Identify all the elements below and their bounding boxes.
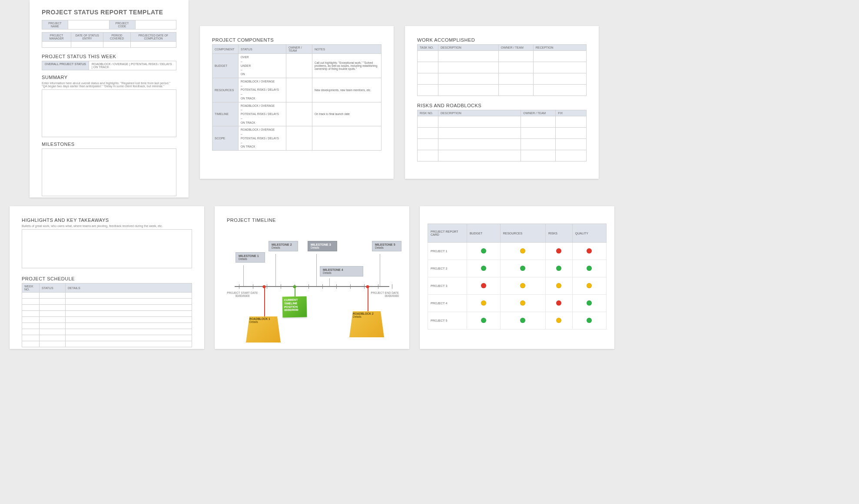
timeline-canvas: MILESTONE 1Details MILESTONE 2Details MI… — [227, 225, 397, 338]
milestone-3: MILESTONE 3Details — [308, 241, 337, 251]
status-dot-icon — [520, 300, 525, 306]
start-date-label: PROJECT START DATE00/00/0000 — [225, 291, 260, 297]
heading-schedule: PROJECT SCHEDULE — [22, 276, 192, 281]
work-table: TASK NO. DESCRIPTION OWNER / TEAM RECEPT… — [417, 44, 587, 96]
status-dot-icon — [587, 248, 592, 254]
heading-highlights: HIGHLIGHTS AND KEY TAKEAWAYS — [22, 217, 192, 223]
table-row — [22, 293, 192, 299]
status-dot-icon — [481, 300, 486, 306]
table-row — [22, 317, 192, 323]
table-row — [22, 305, 192, 311]
overall-status-options: ROADBLOCK / OVERAGE | POTENTIAL RISKS / … — [89, 61, 176, 70]
col-manager: PROJECT MANAGER — [42, 33, 71, 42]
milestones-box — [42, 148, 176, 196]
risks-table: RISK NO. DESCRIPTION OWNER / TEAM FIX — [417, 110, 587, 161]
status-cell — [572, 277, 606, 295]
heading-work: WORK ACCOMPLISHED — [417, 37, 587, 43]
components-table: COMPONENT STATUS OWNER / TEAM NOTES BUDG… — [212, 44, 381, 151]
status-cell — [546, 277, 573, 295]
status-cell — [546, 260, 573, 277]
status-cell — [500, 312, 545, 329]
status-dot-icon — [556, 300, 561, 306]
roadblock-1-line — [264, 286, 265, 317]
status-dot-icon — [556, 283, 561, 288]
project-info-table: PROJECT MANAGER DATE OF STATUS ENTRY PER… — [42, 32, 176, 48]
status-cell — [572, 260, 606, 277]
status-dot-icon — [587, 300, 592, 306]
roadblock-2-line — [368, 286, 368, 312]
status-cell — [467, 243, 501, 260]
page-highlights-schedule: HIGHLIGHTS AND KEY TAKEAWAYS Bullets of … — [10, 206, 204, 349]
table-row — [22, 323, 192, 329]
doc-title: PROJECT STATUS REPORT TEMPLATE — [42, 9, 176, 16]
table-row — [22, 311, 192, 317]
project-id-table: PROJECT NAME PROJECT CODE — [42, 20, 176, 30]
table-row — [418, 128, 587, 139]
milestone-5: MILESTONE 5Details — [372, 241, 401, 251]
status-cell — [500, 243, 545, 260]
table-row: SCOPE ROADBLOCK / OVERAGE – POTENTIAL RI… — [212, 126, 381, 151]
table-row — [418, 150, 587, 161]
status-cell — [467, 277, 501, 295]
table-row — [418, 51, 587, 62]
heading-risks: RISKS AND ROADBLOCKS — [417, 103, 587, 108]
status-cell — [572, 243, 606, 260]
status-dot-icon — [481, 248, 486, 254]
status-cell — [546, 243, 573, 260]
status-cell — [500, 295, 545, 312]
cell-project-code — [135, 20, 176, 30]
status-dot-icon — [481, 266, 486, 271]
project-name: PROJECT 1 — [428, 243, 467, 260]
status-dot-icon — [587, 318, 592, 323]
table-row: PROJECT 2 — [428, 260, 607, 277]
table-row: RESOURCES ROADBLOCK / OVERAGE – POTENTIA… — [212, 78, 381, 102]
overall-status-bar: OVERALL PROJECT STATUS ROADBLOCK / OVERA… — [42, 61, 176, 70]
status-cell — [546, 312, 573, 329]
status-dot-icon — [587, 266, 592, 271]
report-card-table: PROJECT REPORT CARD BUDGET RESOURCES RIS… — [428, 224, 607, 329]
heading-summary: SUMMARY — [42, 75, 176, 80]
roadblock-2: ROADBLOCK 2Details — [349, 310, 384, 337]
label-project-code: PROJECT CODE — [109, 20, 135, 30]
milestone-2: MILESTONE 2Details — [269, 241, 298, 251]
current-position-note: CURRENT TIMELINE POSITION00/00/0000 — [282, 296, 307, 318]
heading-timeline: PROJECT TIMELINE — [227, 217, 397, 223]
highlights-box — [22, 229, 192, 268]
table-row: TIMELINE ROADBLOCK / OVERAGE – POTENTIAL… — [212, 102, 381, 126]
cell-project-name — [68, 20, 109, 30]
col-date-entry: DATE OF STATUS ENTRY — [71, 33, 103, 42]
table-row — [418, 62, 587, 73]
status-dot-icon — [481, 283, 486, 288]
status-dot-icon — [520, 248, 525, 254]
status-dot-icon — [520, 266, 525, 271]
page-components: PROJECT COMPONENTS COMPONENT STATUS OWNE… — [200, 26, 394, 179]
page-report-card: PROJECT REPORT CARD BUDGET RESOURCES RIS… — [420, 206, 614, 349]
col-period: PERIOD COVERED — [103, 33, 131, 42]
table-row — [418, 73, 587, 85]
status-dot-icon — [556, 266, 561, 271]
status-cell — [572, 295, 606, 312]
roadblock-1: ROADBLOCK 1Details — [246, 315, 281, 343]
table-row: PROJECT 4 — [428, 295, 607, 312]
status-cell — [467, 312, 501, 329]
page-work-risks: WORK ACCOMPLISHED TASK NO. DESCRIPTION O… — [405, 26, 599, 179]
table-row: PROJECT 3 — [428, 277, 607, 295]
status-cell — [467, 260, 501, 277]
table-row: PROJECT 5 — [428, 312, 607, 329]
table-row — [418, 85, 587, 96]
status-dot-icon — [587, 283, 592, 288]
status-dot-icon — [556, 248, 561, 254]
page-status-report: PROJECT STATUS REPORT TEMPLATE PROJECT N… — [30, 0, 189, 198]
heading-milestones: MILESTONES — [42, 142, 176, 147]
status-dot-icon — [520, 318, 525, 323]
table-row: BUDGET OVER – UNDER – ON Call out highli… — [212, 54, 381, 78]
table-row — [22, 335, 192, 341]
project-name: PROJECT 5 — [428, 312, 467, 329]
status-dot-icon — [481, 318, 486, 323]
project-name: PROJECT 2 — [428, 260, 467, 277]
status-cell — [500, 277, 545, 295]
project-name: PROJECT 4 — [428, 295, 467, 312]
table-row — [22, 299, 192, 305]
table-row — [418, 139, 587, 150]
milestone-1: MILESTONE 1Details — [235, 252, 265, 263]
